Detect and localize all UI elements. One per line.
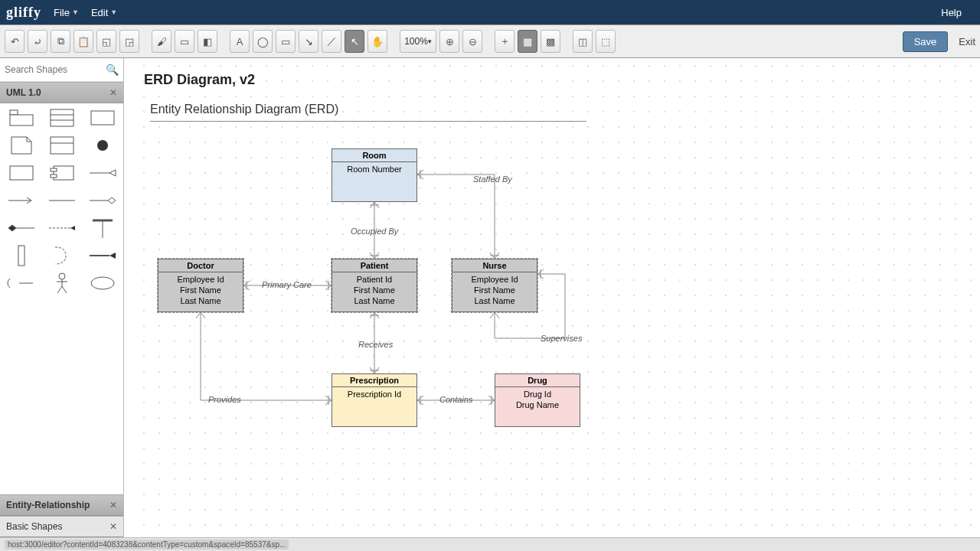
search-icon[interactable]: 🔍	[106, 64, 119, 76]
panel-header-uml[interactable]: UML 1.0 ✕	[0, 82, 123, 103]
add-page-button[interactable]: ＋	[495, 30, 514, 53]
export-button[interactable]: ⬚	[596, 30, 616, 53]
svg-rect-21	[18, 246, 24, 266]
svg-line-27	[57, 286, 62, 293]
shape-curve[interactable]	[49, 247, 75, 264]
shape-ellipse[interactable]	[90, 275, 116, 292]
menu-edit[interactable]: Edit ▼	[91, 7, 117, 18]
rect-tool-button[interactable]: ▭	[276, 30, 296, 53]
entity-prescription[interactable]: Prescription Prescription Id	[332, 373, 417, 427]
shape-halfcircle[interactable]	[8, 275, 34, 292]
label-contains: Contains	[439, 395, 472, 404]
entity-doctor-name: Doctor	[158, 259, 243, 272]
shape-line[interactable]	[49, 192, 75, 209]
panel-header-basic[interactable]: Basic Shapes ✕	[0, 516, 123, 537]
shape-note[interactable]	[8, 137, 34, 154]
shape-bar[interactable]	[8, 247, 34, 264]
entity-drug[interactable]: Drug Drug IdDrug Name	[495, 373, 580, 427]
shape-class[interactable]	[49, 109, 75, 126]
shape-search: 🔍	[0, 58, 123, 82]
shape-component[interactable]	[49, 165, 75, 181]
zoom-out-button[interactable]: ⊖	[462, 30, 482, 53]
svg-rect-0	[10, 110, 18, 115]
document-title: ERD Diagram, v2	[144, 72, 255, 88]
diagram-subtitle: Entity Relationship Diagram (ERD)	[150, 103, 338, 116]
entity-doctor[interactable]: Doctor Employee IdFirst NameLast Name	[158, 259, 243, 312]
connectors-layer	[136, 58, 980, 537]
shape-package[interactable]	[8, 109, 34, 126]
chevron-down-icon: ▼	[110, 8, 117, 16]
pointer-tool-button[interactable]: ↖	[345, 30, 364, 53]
toolbar: ↶ ⤾ ⧉ 📋 ◱ ◲ 🖌 ▭ ◧ A ◯ ▭ ↘ ／ ↖ ✋ 100% ▾ ⊕…	[0, 24, 980, 58]
label-primary-care: Primary Care	[262, 280, 312, 289]
entity-rx-name: Prescription	[332, 374, 416, 387]
svg-point-8	[97, 140, 108, 151]
chevron-down-icon: ▾	[428, 37, 432, 45]
canvas-grid: ERD Diagram, v2 Entity Relationship Diag…	[136, 58, 980, 537]
shape-rect[interactable]	[90, 109, 116, 126]
menu-file-label: File	[54, 7, 70, 18]
svg-rect-5	[91, 111, 114, 125]
save-button[interactable]: Save	[903, 31, 949, 52]
panel-er-label: Entity-Relationship	[6, 500, 90, 510]
entity-doctor-attrs: Employee IdFirst NameLast Name	[158, 272, 243, 311]
shape-object[interactable]	[49, 137, 75, 154]
shape-actor[interactable]	[49, 275, 75, 292]
subtitle-underline	[150, 121, 586, 122]
undo-button[interactable]: ↶	[5, 30, 24, 53]
panel-header-er[interactable]: Entity-Relationship ✕	[0, 494, 123, 516]
menubar: gliffy File ▼ Edit ▼ Help	[0, 0, 980, 24]
canvas[interactable]: ERD Diagram, v2 Entity Relationship Diag…	[124, 58, 980, 537]
shape-diamond-fill[interactable]	[8, 220, 34, 236]
entity-room[interactable]: Room Room Number	[332, 148, 417, 202]
label-staffed-by: Staffed By	[473, 174, 512, 184]
menu-file[interactable]: File ▼	[54, 7, 79, 18]
panel-uml-label: UML 1.0	[6, 87, 41, 98]
front-button[interactable]: ◱	[96, 30, 116, 53]
entity-nurse-name: Nurse	[452, 259, 537, 272]
zoom-level[interactable]: 100% ▾	[400, 30, 436, 53]
redo-button[interactable]: ⤾	[28, 30, 47, 53]
shape-tee[interactable]	[90, 220, 116, 236]
hand-tool-button[interactable]: ✋	[368, 30, 387, 53]
svg-rect-1	[10, 115, 33, 126]
shape-dot[interactable]	[90, 137, 116, 154]
copy-button[interactable]: ⧉	[51, 30, 70, 53]
entity-drug-attrs: Drug IdDrug Name	[495, 387, 580, 415]
zoom-in-button[interactable]: ⊕	[439, 30, 459, 53]
search-input[interactable]	[0, 58, 123, 81]
style-brush-button[interactable]: 🖌	[152, 30, 172, 53]
zoom-label: 100%	[404, 36, 428, 47]
close-icon[interactable]: ✕	[109, 87, 117, 98]
shape-dash-arrow[interactable]	[49, 220, 75, 236]
exit-button[interactable]: Exit	[959, 36, 975, 47]
paste-button[interactable]: 📋	[74, 30, 93, 53]
grid-button[interactable]: ▩	[541, 30, 560, 53]
eraser-button[interactable]: ◧	[198, 30, 217, 53]
back-button[interactable]: ◲	[119, 30, 139, 53]
shape-arrow-simple[interactable]	[8, 192, 34, 209]
note-button[interactable]: ▭	[175, 30, 194, 53]
menu-edit-label: Edit	[91, 7, 108, 18]
svg-rect-11	[51, 168, 57, 171]
close-icon[interactable]: ✕	[109, 500, 117, 510]
shape-arrow-open[interactable]	[90, 165, 116, 181]
line-tool-button[interactable]: ／	[322, 30, 341, 53]
close-icon[interactable]: ✕	[109, 521, 117, 532]
entity-patient[interactable]: Patient Patient IdFirst NameLast Name	[332, 259, 417, 312]
shape-arrow-solid[interactable]	[90, 247, 116, 264]
circle-tool-button[interactable]: ◯	[253, 30, 273, 53]
fit-button[interactable]: ▦	[518, 30, 537, 53]
label-supervises: Supervises	[541, 334, 582, 343]
shape-diamond-open[interactable]	[90, 192, 116, 209]
label-receives: Receives	[358, 340, 393, 349]
menu-help[interactable]: Help	[941, 7, 962, 18]
uml-shape-grid	[0, 103, 123, 298]
entity-nurse[interactable]: Nurse Employee IdFirst NameLast Name	[452, 259, 537, 312]
theme-button[interactable]: ◫	[573, 30, 593, 53]
main-area: 🔍 UML 1.0 ✕	[0, 58, 980, 537]
connector-tool-button[interactable]: ↘	[299, 30, 318, 53]
text-tool-button[interactable]: A	[230, 30, 250, 53]
shape-rect2[interactable]	[8, 165, 34, 181]
entity-patient-attrs: Patient IdFirst NameLast Name	[332, 272, 416, 311]
